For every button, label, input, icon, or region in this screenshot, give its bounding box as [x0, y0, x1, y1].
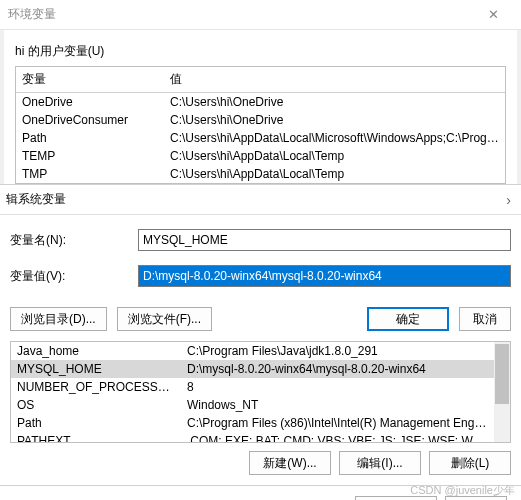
table-row[interactable]: PathC:\Program Files (x86)\Intel\Intel(R…: [11, 414, 494, 432]
watermark-text: CSDN @juvenile少年: [410, 483, 515, 498]
var-name-input[interactable]: [138, 229, 511, 251]
main-panel: hi 的用户变量(U) 变量 值 OneDriveC:\Users\hi\One…: [4, 30, 517, 185]
edit-dialog-header: 辑系统变量 ›: [0, 185, 521, 215]
edit-sysvar-button[interactable]: 编辑(I)...: [339, 451, 421, 475]
col-name-header[interactable]: 变量: [16, 67, 164, 93]
scrollbar[interactable]: [494, 342, 510, 442]
system-vars-table-wrap: Java_homeC:\Program Files\Java\jdk1.8.0_…: [10, 341, 511, 443]
user-vars-label: hi 的用户变量(U): [5, 31, 516, 66]
edit-dialog-buttons: 浏览目录(D)... 浏览文件(F)... 确定 取消: [0, 307, 521, 341]
table-row[interactable]: PathC:\Users\hi\AppData\Local\Microsoft\…: [16, 129, 505, 147]
close-icon[interactable]: ✕: [473, 7, 513, 22]
edit-dialog-body: 变量名(N): 变量值(V):: [0, 215, 521, 307]
var-value-input[interactable]: [138, 265, 511, 287]
table-row[interactable]: TEMPC:\Users\hi\AppData\Local\Temp: [16, 147, 505, 165]
table-row[interactable]: NUMBER_OF_PROCESSORS8: [11, 378, 494, 396]
var-name-label: 变量名(N):: [10, 232, 138, 249]
system-vars-table[interactable]: Java_homeC:\Program Files\Java\jdk1.8.0_…: [11, 342, 494, 443]
edit-ok-button[interactable]: 确定: [367, 307, 449, 331]
table-row[interactable]: MYSQL_HOMED:\mysql-8.0.20-winx64\mysql-8…: [11, 360, 494, 378]
edit-system-variable-dialog: 辑系统变量 › 变量名(N): 变量值(V): 浏览目录(D)... 浏览文件(…: [0, 184, 521, 500]
scroll-thumb[interactable]: [495, 344, 509, 404]
system-vars-buttons: 新建(W)... 编辑(I)... 删除(L): [0, 443, 521, 479]
delete-sysvar-button[interactable]: 删除(L): [429, 451, 511, 475]
window-title: 环境变量: [8, 6, 473, 23]
table-row[interactable]: PATHEXT.COM;.EXE;.BAT;.CMD;.VBS;.VBE;.JS…: [11, 432, 494, 443]
var-value-label: 变量值(V):: [10, 268, 138, 285]
titlebar: 环境变量 ✕: [0, 0, 521, 30]
table-row[interactable]: Java_homeC:\Program Files\Java\jdk1.8.0_…: [11, 342, 494, 360]
user-vars-table[interactable]: 变量 值 OneDriveC:\Users\hi\OneDrive OneDri…: [16, 67, 505, 183]
table-row[interactable]: OneDriveConsumerC:\Users\hi\OneDrive: [16, 111, 505, 129]
browse-dir-button[interactable]: 浏览目录(D)...: [10, 307, 107, 331]
edit-cancel-button[interactable]: 取消: [459, 307, 511, 331]
user-vars-table-wrap: 变量 值 OneDriveC:\Users\hi\OneDrive OneDri…: [15, 66, 506, 184]
new-sysvar-button[interactable]: 新建(W)...: [249, 451, 331, 475]
table-row[interactable]: OneDriveC:\Users\hi\OneDrive: [16, 93, 505, 112]
chevron-right-icon[interactable]: ›: [502, 192, 515, 208]
table-row[interactable]: TMPC:\Users\hi\AppData\Local\Temp: [16, 165, 505, 183]
col-value-header[interactable]: 值: [164, 67, 505, 93]
edit-dialog-title: 辑系统变量: [6, 191, 502, 208]
browse-file-button[interactable]: 浏览文件(F)...: [117, 307, 212, 331]
table-row[interactable]: OSWindows_NT: [11, 396, 494, 414]
